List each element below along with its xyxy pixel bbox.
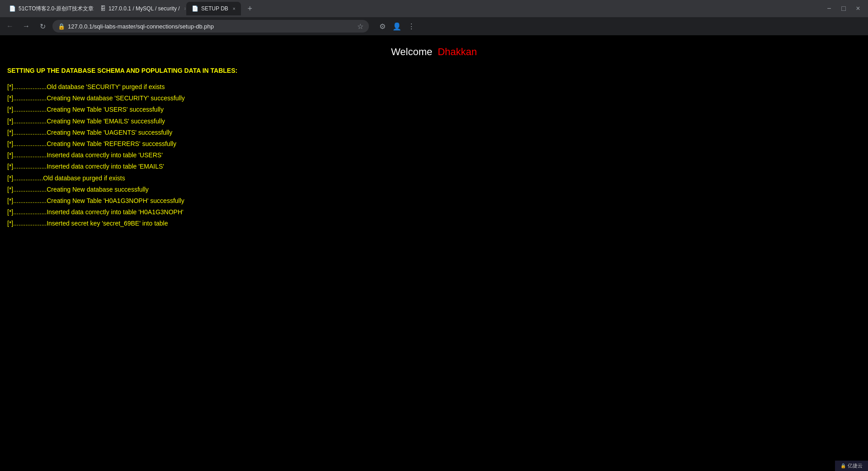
log-line-7: [*]...................Inserted data corr… [7, 161, 861, 172]
tab-2-favicon: 🗄 [100, 5, 106, 12]
tab-3-close[interactable]: × [233, 6, 236, 11]
log-line-8: [*].................Old database purged … [7, 173, 861, 184]
taskbar: 🔒 亿捷云 [835, 461, 868, 471]
extensions-icon[interactable]: ⚙ [376, 20, 389, 33]
page-content: Welcome Dhakkan SETTING UP THE DATABASE … [0, 35, 868, 236]
log-line-6: [*]...................Inserted data corr… [7, 150, 861, 161]
log-line-0: [*]...................Old database 'SECU… [7, 81, 861, 93]
maximize-button[interactable]: □ [837, 2, 850, 15]
reload-button[interactable]: ↻ [36, 20, 49, 33]
tab-1-favicon: 📄 [9, 5, 16, 12]
back-button[interactable]: ← [4, 20, 16, 33]
taskbar-label: 亿捷云 [848, 462, 863, 469]
log-line-1: [*]...................Creating New datab… [7, 93, 861, 104]
forward-button[interactable]: → [20, 20, 33, 33]
address-bar[interactable]: 🔒 127.0.0.1/sqli-labs-master/sql-connect… [52, 20, 369, 33]
window-controls: − □ × [823, 2, 864, 15]
taskbar-icon: 🔒 [840, 463, 846, 468]
tab-3[interactable]: 📄 SETUP DB × [186, 2, 241, 15]
welcome-label: Welcome [391, 46, 432, 57]
address-bar-row: ← → ↻ 🔒 127.0.0.1/sqli-labs-master/sql-c… [0, 17, 868, 35]
log-line-3: [*]...................Creating New Table… [7, 116, 861, 127]
log-line-11: [*]...................Inserted data corr… [7, 207, 861, 218]
tab-bar: 📄 51CTO博客2.0-原创IT技术文章... × 🗄 127.0.0.1 /… [0, 0, 868, 17]
tab-1-label: 51CTO博客2.0-原创IT技术文章... [19, 5, 94, 13]
tab-2-close[interactable]: × [184, 6, 185, 11]
url-text: 127.0.0.1/sqli-labs-master/sql-connectio… [68, 23, 214, 30]
tab-1[interactable]: 📄 51CTO博客2.0-原创IT技术文章... × [4, 2, 94, 15]
log-line-4: [*]...................Creating New Table… [7, 127, 861, 138]
address-bar-icons: ☆ [357, 22, 363, 31]
browser-right-icons: ⚙ 👤 ⋮ [376, 20, 418, 33]
log-line-9: [*]...................Creating New datab… [7, 184, 861, 195]
log-line-2: [*]...................Creating New Table… [7, 104, 861, 115]
minimize-button[interactable]: − [823, 2, 835, 15]
log-line-5: [*]...................Creating New Table… [7, 138, 861, 150]
username-label: Dhakkan [438, 46, 477, 57]
log-line-12: [*]...................Inserted secret ke… [7, 218, 861, 229]
section-title: SETTING UP THE DATABASE SCHEMA AND POPUL… [7, 67, 861, 74]
browser-chrome: 📄 51CTO博客2.0-原创IT技术文章... × 🗄 127.0.0.1 /… [0, 0, 868, 35]
profile-icon[interactable]: 👤 [391, 20, 403, 33]
more-menu-icon[interactable]: ⋮ [405, 20, 418, 33]
tab-3-favicon: 📄 [192, 5, 198, 12]
new-tab-button[interactable]: + [244, 2, 256, 15]
tab-2-label: 127.0.0.1 / MySQL / security / [108, 5, 180, 12]
close-button[interactable]: × [852, 2, 864, 15]
lock-icon: 🔒 [58, 23, 65, 30]
tab-3-label: SETUP DB [201, 5, 228, 12]
page-header: Welcome Dhakkan [7, 42, 861, 58]
log-line-10: [*]...................Creating New Table… [7, 195, 861, 207]
log-output: [*]...................Old database 'SECU… [7, 81, 861, 229]
tab-2[interactable]: 🗄 127.0.0.1 / MySQL / security / × [95, 2, 185, 15]
star-icon[interactable]: ☆ [357, 22, 363, 31]
